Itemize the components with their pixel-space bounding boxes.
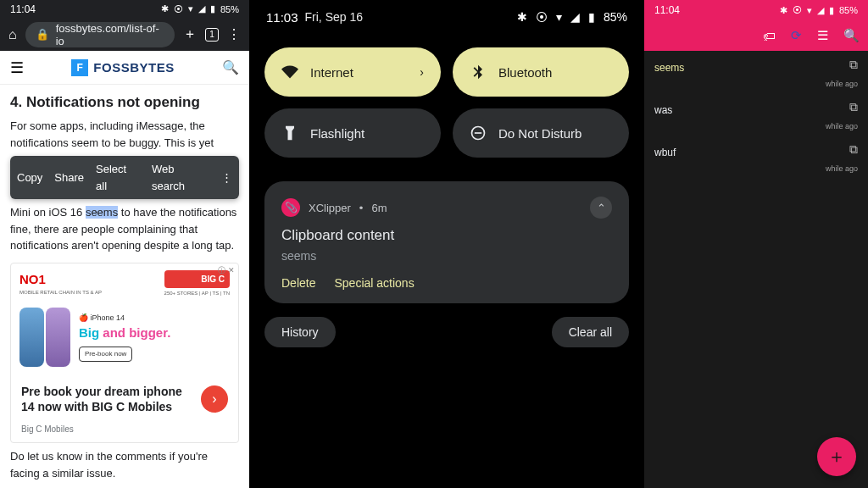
clip-label: wbuf xyxy=(654,147,676,158)
qs-internet[interactable]: Internet › xyxy=(264,47,441,97)
plus-icon: ＋ xyxy=(827,444,846,469)
battery-icon: ▮ xyxy=(588,10,595,24)
browser-toolbar: ⌂ 🔒 fossbytes.com/list-of-io ＋ 1 ⋮ xyxy=(0,18,249,51)
site-logo[interactable]: F FOSSBYTES xyxy=(71,59,174,76)
url-bar[interactable]: 🔒 fossbytes.com/list-of-io xyxy=(25,22,175,47)
more-icon[interactable]: ⋮ xyxy=(227,26,241,42)
clear-all-button[interactable]: Clear all xyxy=(552,317,629,347)
logo-mark-icon: F xyxy=(71,59,88,76)
article-heading: 4. Notifications not opening xyxy=(10,92,239,114)
notif-age: 6m xyxy=(371,202,387,214)
search-icon[interactable]: 🔍 xyxy=(843,28,860,43)
site-header: ☰ F FOSSBYTES 🔍 xyxy=(0,51,249,84)
url-text: fossbytes.com/list-of-io xyxy=(56,22,164,47)
sync-icon[interactable]: ⟳ xyxy=(791,28,802,43)
clip-time: while ago xyxy=(644,78,868,93)
notif-header: 📎 XClipper • 6m ⌃ xyxy=(281,197,612,219)
qs-internet-label: Internet xyxy=(310,65,353,80)
notif-footer: History Clear all xyxy=(249,303,644,361)
battery-icon: ▮ xyxy=(829,5,834,16)
ctx-copy[interactable]: Copy xyxy=(17,169,42,186)
bluetooth-icon: ✱ xyxy=(780,5,787,16)
clip-label: was xyxy=(654,104,672,116)
qs-bluetooth[interactable]: Bluetooth xyxy=(453,47,629,97)
location-icon: ⦿ xyxy=(793,5,802,15)
notif-delete-button[interactable]: Delete xyxy=(281,276,315,290)
collapse-icon[interactable]: ⌃ xyxy=(590,197,612,219)
ctx-share[interactable]: Share xyxy=(54,169,84,186)
article-footer: Do let us know in the comments if you're… xyxy=(10,448,239,481)
status-time: 11:04 xyxy=(10,3,161,15)
notif-title: Clipboard content xyxy=(281,227,612,244)
status-bar: 11:03 Fri, Sep 16 ✱ ⦿ ▾ ◢ ▮ 85% xyxy=(249,0,644,34)
tabs-icon[interactable]: 1 xyxy=(205,28,219,42)
tag-icon[interactable]: 🏷 xyxy=(763,29,776,43)
bluetooth-icon xyxy=(470,64,487,80)
svg-rect-1 xyxy=(475,132,481,134)
wifi-icon: ▾ xyxy=(556,10,562,24)
article-para-2: Mini on iOS 16 seems to have the notific… xyxy=(10,204,239,254)
wifi-icon xyxy=(281,64,298,80)
location-icon: ⦿ xyxy=(536,10,548,24)
notif-actions: Delete Special actions xyxy=(281,276,612,290)
bluetooth-icon: ✱ xyxy=(517,10,527,24)
notification-card[interactable]: 📎 XClipper • 6m ⌃ Clipboard content seem… xyxy=(264,181,629,303)
copy-icon[interactable]: ⧉ xyxy=(849,100,858,114)
app-icon: 📎 xyxy=(281,198,300,217)
qs-dnd[interactable]: Do Not Disturb xyxy=(453,108,629,158)
qs-bluetooth-label: Bluetooth xyxy=(498,65,552,80)
new-tab-icon[interactable]: ＋ xyxy=(183,25,197,43)
ad-badge-sub: 250+ STORES | AP | TS | TN xyxy=(164,290,230,297)
selected-text[interactable]: seems xyxy=(86,206,118,219)
home-icon[interactable]: ⌂ xyxy=(8,27,17,42)
clip-item[interactable]: was ⧉ xyxy=(644,93,868,120)
battery-pct: 85% xyxy=(839,5,858,15)
ad-card[interactable]: NO1 MOBILE RETAIL CHAIN IN TS & AP BIG C… xyxy=(10,263,239,443)
status-time: 11:03 xyxy=(266,10,298,25)
ad-arrow-icon[interactable]: › xyxy=(201,385,228,413)
iphone-image xyxy=(19,308,70,367)
hamburger-icon[interactable]: ☰ xyxy=(10,58,24,77)
clip-label: seems xyxy=(654,62,684,74)
ctx-web-search[interactable]: Web search xyxy=(152,161,209,194)
qs-flashlight[interactable]: Flashlight xyxy=(264,108,441,158)
quick-settings: Internet › Bluetooth Flashlight Do Not D… xyxy=(249,34,644,166)
article-para-1: For some apps, including iMessage, the n… xyxy=(10,118,239,151)
text-context-menu: Copy Share Select all Web search ⋮ xyxy=(10,156,239,199)
signal-icon: ◢ xyxy=(570,10,580,24)
flashlight-icon xyxy=(281,125,298,141)
ad-iphone-label: 🍎 iPhone 14 xyxy=(79,313,170,324)
clip-time: while ago xyxy=(644,120,868,136)
signal-icon: ◢ xyxy=(198,3,205,14)
tune-icon[interactable]: ☰ xyxy=(817,28,828,43)
status-bar: 11:04 ✱ ⦿ ▾ ◢ ▮ 85% xyxy=(0,0,249,18)
copy-icon[interactable]: ⧉ xyxy=(849,58,858,72)
location-icon: ⦿ xyxy=(174,4,183,14)
history-button[interactable]: History xyxy=(264,317,336,347)
notif-special-button[interactable]: Special actions xyxy=(334,276,414,290)
chevron-right-icon: › xyxy=(420,65,424,79)
battery-pct: 85% xyxy=(604,10,627,24)
search-icon[interactable]: 🔍 xyxy=(222,59,239,75)
fab-add-button[interactable]: ＋ xyxy=(817,437,856,476)
notif-app: XClipper xyxy=(309,202,351,214)
battery-pct: 85% xyxy=(220,4,239,14)
article-body: 4. Notifications not opening For some ap… xyxy=(0,85,249,488)
ad-no1-sub: MOBILE RETAIL CHAIN IN TS & AP xyxy=(19,289,102,297)
clip-item[interactable]: seems ⧉ xyxy=(644,51,868,78)
qs-flashlight-label: Flashlight xyxy=(310,126,364,141)
wifi-icon: ▾ xyxy=(188,3,193,14)
ctx-select-all[interactable]: Select all xyxy=(96,161,140,194)
clip-item[interactable]: wbuf ⧉ xyxy=(644,136,868,163)
app-toolbar: 🏷 ⟳ ☰ 🔍 xyxy=(644,20,868,51)
status-icons: ✱ ⦿ ▾ ◢ ▮ 85% xyxy=(780,5,858,16)
ad-close-icon[interactable]: ⓘ ✕ xyxy=(218,265,235,277)
ad-prebook-button[interactable]: Pre-book now xyxy=(79,347,132,362)
copy-icon[interactable]: ⧉ xyxy=(849,142,858,157)
dnd-icon xyxy=(470,125,487,141)
qs-dnd-label: Do Not Disturb xyxy=(498,126,581,141)
status-date: Fri, Sep 16 xyxy=(305,10,363,24)
ad-tagline: Big and bigger. xyxy=(79,324,170,343)
notif-body: seems xyxy=(281,249,612,263)
ctx-more-icon[interactable]: ⋮ xyxy=(221,169,232,186)
